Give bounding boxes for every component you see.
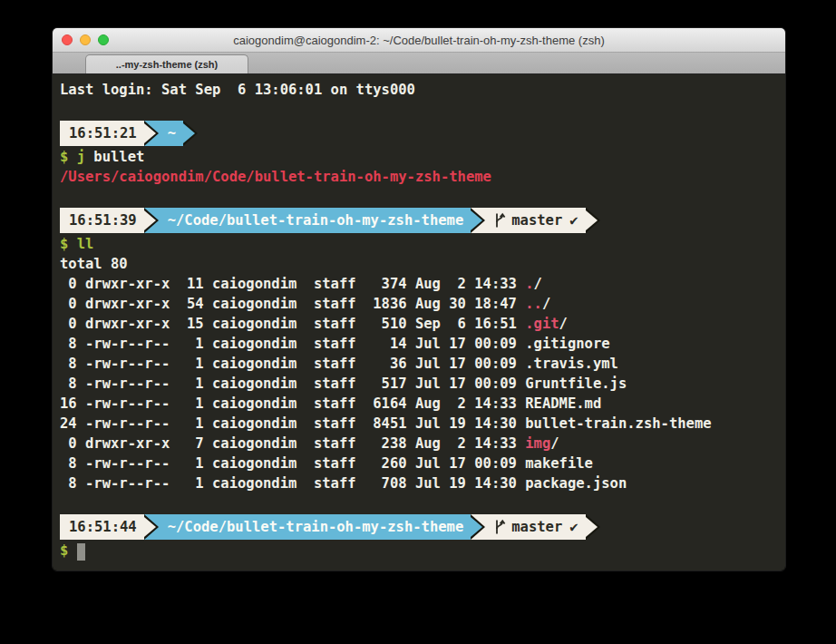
terminal-text: 8 -rw-r--r-- 1 caiogondim staff 260 Jul … (60, 455, 525, 472)
git-branch-name: master (511, 517, 562, 537)
command-line: $ ll (60, 234, 778, 254)
terminal-line: 8 -rw-r--r-- 1 caiogondim staff 517 Jul … (60, 374, 778, 394)
terminal-text: $ (60, 542, 68, 559)
terminal-text: 24 -rw-r--r-- 1 caiogondim staff 8451 Ju… (60, 415, 525, 432)
block-cursor (77, 543, 85, 561)
terminal-text: .gitignore (525, 336, 609, 352)
terminal-text: bullet-train.zsh-theme (525, 415, 711, 432)
terminal-line: 8 -rw-r--r-- 1 caiogondim staff 36 Jul 1… (60, 354, 778, 374)
terminal-line: 24 -rw-r--r-- 1 caiogondim staff 8451 Ju… (60, 414, 778, 434)
terminal-text: README.md (525, 395, 601, 412)
terminal-text: img (525, 435, 550, 452)
terminal-text: Last login: Sat Sep 6 13:06:01 on ttys00… (60, 82, 415, 98)
terminal-text: 0 drwxr-xr-x 54 caiogondim staff 1836 Au… (60, 296, 525, 312)
terminal-text (68, 236, 76, 252)
terminal-line: 8 -rw-r--r-- 1 caiogondim staff 708 Jul … (60, 473, 778, 493)
powerline-arrow-icon (586, 514, 600, 540)
terminal-line: 0 drwxr-xr-x 7 caiogondim staff 238 Aug … (60, 434, 778, 454)
window-title: caiogondim@caiogondim-2: ~/Code/bullet-t… (53, 34, 785, 47)
git-branch-icon (494, 519, 506, 535)
terminal-line: 0 drwxr-xr-x 11 caiogondim staff 374 Aug… (60, 274, 778, 294)
terminal-line: 16 -rw-r--r-- 1 caiogondim staff 6164 Au… (60, 394, 778, 414)
command-line: $ j bullet (60, 147, 778, 167)
prompt-git-segment: master✔ (485, 514, 585, 540)
terminal-tab[interactable]: ..-my-zsh-theme (zsh) (85, 54, 248, 73)
terminal-text: 16 -rw-r--r-- 1 caiogondim staff 6164 Au… (60, 395, 525, 412)
prompt-time-segment: 16:51:44 (60, 514, 144, 540)
terminal-text: /Users/caiogondim/Code/bullet-train-oh-m… (60, 169, 491, 185)
prompt-path-segment: ~/Code/bullet-train-oh-my-zsh-theme (159, 514, 471, 540)
terminal-text: bullet (85, 149, 144, 165)
terminal-line: 8 -rw-r--r-- 1 caiogondim staff 260 Jul … (60, 454, 778, 473)
terminal-text: j (77, 149, 85, 165)
terminal-line (60, 493, 778, 513)
terminal-text: .git (525, 316, 559, 332)
terminal-text: 8 -rw-r--r-- 1 caiogondim staff 708 Jul … (60, 475, 525, 492)
prompt-line: 16:51:21~ (60, 120, 778, 147)
terminal-text: .travis.yml (525, 356, 618, 372)
git-clean-check-icon: ✔ (569, 517, 578, 537)
terminal-text: makefile (525, 455, 593, 472)
terminal-text: 8 -rw-r--r-- 1 caiogondim staff 36 Jul 1… (60, 356, 525, 372)
terminal-line: 8 -rw-r--r-- 1 caiogondim staff 14 Jul 1… (60, 334, 778, 354)
git-branch-name: master (511, 210, 562, 230)
terminal-text: .. (525, 296, 542, 312)
terminal-text (68, 542, 76, 559)
prompt-line: 16:51:44~/Code/bullet-train-oh-my-zsh-th… (60, 513, 778, 541)
terminal-text: $ (60, 236, 68, 252)
prompt-time-segment: 16:51:21 (60, 121, 144, 146)
terminal-text: 8 -rw-r--r-- 1 caiogondim staff 14 Jul 1… (60, 336, 525, 352)
terminal-line: 0 drwxr-xr-x 54 caiogondim staff 1836 Au… (60, 294, 778, 314)
minimize-button[interactable] (80, 34, 91, 45)
terminal-text: ll (77, 236, 94, 252)
prompt-git-segment: master✔ (485, 208, 585, 233)
terminal-text (68, 149, 76, 165)
terminal-text: 0 drwxr-xr-x 7 caiogondim staff 238 Aug … (60, 435, 525, 452)
git-clean-check-icon: ✔ (569, 210, 578, 230)
powerline-arrow-icon (183, 121, 198, 146)
terminal-line (60, 187, 778, 207)
terminal-text: 0 drwxr-xr-x 11 caiogondim staff 374 Aug… (60, 276, 525, 292)
powerline-arrow-icon (586, 208, 600, 233)
terminal-text: / (550, 435, 559, 452)
traffic-lights (62, 34, 109, 45)
terminal-line: 0 drwxr-xr-x 15 caiogondim staff 510 Sep… (60, 314, 778, 334)
zoom-button[interactable] (98, 34, 109, 45)
git-branch-icon (494, 212, 506, 229)
terminal-text: $ (60, 149, 68, 165)
terminal-text: / (534, 276, 542, 292)
terminal-text: . (525, 276, 533, 292)
terminal-line (60, 100, 778, 120)
terminal-text: 8 -rw-r--r-- 1 caiogondim staff 517 Jul … (60, 376, 525, 392)
tab-bar: ..-my-zsh-theme (zsh) (53, 53, 785, 74)
prompt-time-segment: 16:51:39 (60, 208, 144, 233)
command-line: $ (60, 541, 778, 561)
close-button[interactable] (62, 34, 73, 45)
terminal-line: /Users/caiogondim/Code/bullet-train-oh-m… (60, 167, 778, 187)
prompt-path-segment: ~/Code/bullet-train-oh-my-zsh-theme (159, 208, 471, 233)
terminal-text: / (559, 316, 568, 332)
terminal-text: Gruntfile.js (525, 376, 627, 392)
terminal-text: total 80 (60, 256, 128, 272)
terminal-text: 0 drwxr-xr-x 15 caiogondim staff 510 Sep… (60, 316, 525, 332)
terminal-text: package.json (525, 475, 627, 492)
terminal-text: / (542, 296, 550, 312)
powerline-arrow-icon (144, 514, 159, 540)
powerline-arrow-icon (471, 514, 485, 540)
prompt-line: 16:51:39~/Code/bullet-train-oh-my-zsh-th… (60, 207, 778, 234)
terminal-line: total 80 (60, 254, 778, 274)
window-titlebar[interactable]: caiogondim@caiogondim-2: ~/Code/bullet-t… (53, 28, 785, 53)
powerline-arrow-icon (144, 121, 159, 146)
powerline-arrow-icon (471, 208, 485, 233)
powerline-arrow-icon (144, 208, 159, 233)
terminal-window: caiogondim@caiogondim-2: ~/Code/bullet-t… (52, 27, 786, 571)
terminal-screen[interactable]: Last login: Sat Sep 6 13:06:01 on ttys00… (53, 74, 785, 571)
prompt-path-segment: ~ (159, 121, 183, 146)
terminal-line: Last login: Sat Sep 6 13:06:01 on ttys00… (60, 80, 778, 100)
tab-label: ..-my-zsh-theme (zsh) (116, 59, 218, 70)
